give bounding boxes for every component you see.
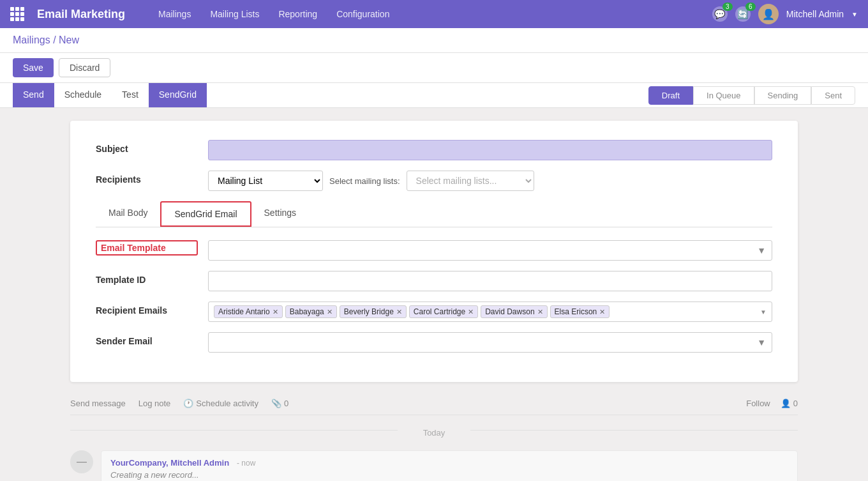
save-button[interactable]: Save xyxy=(13,58,54,77)
schedule-button[interactable]: Schedule xyxy=(54,83,112,107)
status-draft[interactable]: Draft xyxy=(648,86,693,105)
breadcrumb-text: Mailings / New xyxy=(13,34,79,45)
activity-badge: 6 xyxy=(745,3,756,11)
followers-count: 👤 0 xyxy=(781,399,798,408)
discard-button[interactable]: Discard xyxy=(59,58,110,77)
chatter: Send message Log note 🕐 Schedule activit… xyxy=(70,392,798,481)
chat-badge: 3 xyxy=(722,3,733,11)
test-button[interactable]: Test xyxy=(112,83,149,107)
message-time: - now xyxy=(237,459,255,468)
sender-email-label: Sender Email xyxy=(96,332,198,346)
tag-babayaga-remove[interactable]: ✕ xyxy=(327,308,333,316)
schedule-activity-action[interactable]: 🕐 Schedule activity xyxy=(183,399,258,408)
recipients-controls: Mailing List Select mailing lists: Selec… xyxy=(208,171,772,191)
clock-icon: 🕐 xyxy=(183,399,193,408)
message-body: YourCompany, Mitchell Admin - now Creati… xyxy=(101,450,798,481)
status-sending[interactable]: Sending xyxy=(754,86,812,105)
status-bar: Draft In Queue Sending Sent xyxy=(648,86,855,105)
tag-babayaga-text: Babayaga xyxy=(290,307,324,316)
chatter-actions: Send message Log note 🕐 Schedule activit… xyxy=(70,392,798,415)
email-template-select[interactable] xyxy=(208,240,772,261)
tab-mail-body[interactable]: Mail Body xyxy=(96,201,160,227)
message-item: — YourCompany, Mitchell Admin - now Crea… xyxy=(70,444,798,481)
subject-input[interactable] xyxy=(208,140,772,160)
nav-links: Mailings Mailing Lists Reporting Configu… xyxy=(151,5,700,23)
breadcrumb: Mailings / New xyxy=(0,28,868,53)
nav-reporting[interactable]: Reporting xyxy=(271,5,325,23)
tag-carol-text: Carol Cartridge xyxy=(414,307,465,316)
mailing-list-select[interactable]: Select mailing lists... xyxy=(407,171,534,191)
recipient-emails-row: Recipient Emails Aristide Antario ✕ Baba… xyxy=(96,302,772,322)
send-button[interactable]: Send xyxy=(13,83,54,107)
send-message-action[interactable]: Send message xyxy=(70,399,126,408)
follow-button[interactable]: Follow xyxy=(746,399,770,408)
template-id-row: Template ID xyxy=(96,271,772,291)
chat-notification-icon[interactable]: 💬 3 xyxy=(712,6,728,22)
user-name[interactable]: Mitchell Admin xyxy=(786,9,844,19)
person-icon: 👤 xyxy=(781,399,791,408)
tag-elsa-remove[interactable]: ✕ xyxy=(599,308,605,316)
tags-dropdown-icon: ▼ xyxy=(760,309,767,316)
user-avatar[interactable]: 👤 xyxy=(758,4,779,24)
subject-row: Subject xyxy=(96,140,772,160)
tag-beverly-remove[interactable]: ✕ xyxy=(396,308,402,316)
tag-carol: Carol Cartridge ✕ xyxy=(409,305,478,318)
template-id-label: Template ID xyxy=(96,271,198,285)
form-card: Subject Recipients Mailing List Select m… xyxy=(70,121,798,382)
activity-notification-icon[interactable]: 🔄 6 xyxy=(735,6,751,22)
nav-right: 💬 3 🔄 6 👤 Mitchell Admin ▼ xyxy=(712,4,858,24)
sender-email-control: ▼ xyxy=(208,332,772,353)
tag-david: David Dawson ✕ xyxy=(481,305,547,318)
tag-aristide-remove[interactable]: ✕ xyxy=(273,308,278,316)
email-template-label: Email Template xyxy=(96,240,198,256)
tab-settings[interactable]: Settings xyxy=(251,201,310,227)
tag-elsa: Elsa Ericson ✕ xyxy=(550,305,610,318)
recipients-type-select[interactable]: Mailing List xyxy=(208,171,323,191)
tag-david-text: David Dawson xyxy=(485,307,534,316)
sendgrid-button[interactable]: SendGrid xyxy=(149,83,207,107)
app-title: Email Marketing xyxy=(37,8,125,21)
message-avatar: — xyxy=(70,450,93,473)
email-template-row: Email Template ▼ xyxy=(96,240,772,261)
nav-configuration[interactable]: Configuration xyxy=(329,5,397,23)
message-text: Creating a new record... xyxy=(110,470,788,480)
subject-label: Subject xyxy=(96,140,198,154)
nav-mailing-lists[interactable]: Mailing Lists xyxy=(202,5,267,23)
tag-babayaga: Babayaga ✕ xyxy=(285,305,337,318)
tab-sendgrid-email[interactable]: SendGrid Email xyxy=(160,201,251,227)
paperclip-icon: 📎 xyxy=(271,399,281,408)
chatter-right: Follow 👤 0 xyxy=(746,399,798,408)
template-id-input[interactable] xyxy=(208,271,772,291)
sender-email-select[interactable] xyxy=(208,332,772,353)
tag-aristide: Aristide Antario ✕ xyxy=(214,305,283,318)
tag-beverly: Beverly Bridge ✕ xyxy=(340,305,407,318)
date-divider: Today xyxy=(70,415,798,444)
message-author: YourCompany, Mitchell Admin xyxy=(110,458,229,468)
tag-elsa-text: Elsa Ericson xyxy=(555,307,597,316)
toolbar: Send Schedule Test SendGrid Draft In Que… xyxy=(0,83,868,108)
status-in-queue[interactable]: In Queue xyxy=(693,86,754,105)
mailing-lists-label: Select mailing lists: xyxy=(329,176,400,186)
recipients-row: Recipients Mailing List Select mailing l… xyxy=(96,171,772,191)
status-sent[interactable]: Sent xyxy=(811,86,855,105)
tag-aristide-text: Aristide Antario xyxy=(218,307,270,316)
sender-email-row: Sender Email ▼ xyxy=(96,332,772,353)
log-note-action[interactable]: Log note xyxy=(138,399,171,408)
message-header: YourCompany, Mitchell Admin - now xyxy=(110,457,788,468)
recipient-emails-tags[interactable]: Aristide Antario ✕ Babayaga ✕ Beverly Br… xyxy=(208,302,772,322)
attachments-action[interactable]: 📎 0 xyxy=(271,399,288,408)
grid-menu-icon[interactable] xyxy=(10,7,24,21)
tag-beverly-text: Beverly Bridge xyxy=(344,307,394,316)
form-tabs: Mail Body SendGrid Email Settings xyxy=(96,201,772,227)
nav-mailings[interactable]: Mailings xyxy=(151,5,198,23)
action-bar: Save Discard xyxy=(0,53,868,83)
recipient-emails-label: Recipient Emails xyxy=(96,302,198,316)
main-content: Subject Recipients Mailing List Select m… xyxy=(0,108,868,481)
tag-carol-remove[interactable]: ✕ xyxy=(468,308,474,316)
tag-david-remove[interactable]: ✕ xyxy=(537,308,543,316)
recipients-label: Recipients xyxy=(96,171,198,185)
email-template-control: ▼ xyxy=(208,240,772,261)
user-dropdown-icon[interactable]: ▼ xyxy=(851,11,858,18)
top-nav: Email Marketing Mailings Mailing Lists R… xyxy=(0,0,868,28)
